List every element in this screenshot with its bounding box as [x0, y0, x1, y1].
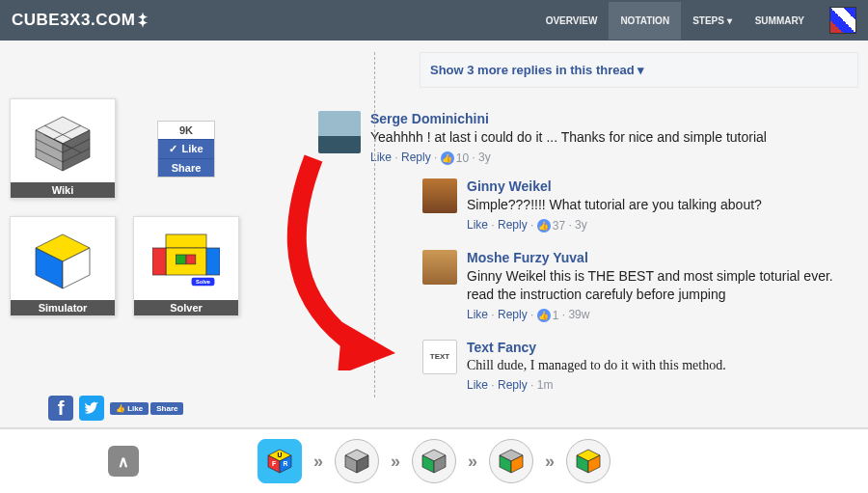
svg-text:U: U	[278, 452, 283, 458]
comment-text: Yeahhhh ! at last i could do it ... Than…	[370, 128, 858, 147]
cube-simulator-icon	[29, 228, 96, 295]
reply-link[interactable]: Reply	[498, 308, 528, 321]
reply-link[interactable]: Reply	[498, 218, 528, 232]
avatar[interactable]	[318, 111, 361, 153]
comment-meta: Like · Reply · 1m	[467, 378, 858, 392]
step-2[interactable]	[335, 439, 379, 483]
step-cube-icon: UFR	[265, 447, 294, 476]
comment-author[interactable]: Moshe Furzy Yuval	[467, 250, 858, 265]
reply-3: TEXT Text Fancy Chill dude, I managed to…	[422, 340, 858, 393]
reply-1: Ginny Weikel Simple???!!!! What tutorial…	[422, 178, 858, 233]
nav-steps[interactable]: STEPS ▾	[681, 2, 744, 40]
svg-text:Solve: Solve	[196, 279, 210, 285]
bottom-step-bar: ∧ UFR » » » »	[0, 427, 868, 493]
nav-links: OVERVIEW NOTATION STEPS ▾ SUMMARY	[534, 2, 856, 40]
like-link[interactable]: Like	[467, 308, 488, 321]
mini-like-button[interactable]: 👍 Like	[110, 402, 149, 415]
fb-like-label: Like	[181, 143, 203, 154]
sidebar: Wiki 9K ✓Like Share Simulator	[10, 52, 260, 426]
comment-text: Ginny Weikel this is THE BEST and most s…	[467, 267, 858, 304]
like-count: 1	[553, 309, 559, 322]
tile-solver[interactable]: Solve Solver	[133, 216, 239, 316]
step-4[interactable]	[489, 439, 533, 483]
sparkle-icon: ✦✦	[138, 14, 149, 26]
mini-like-label: Like	[127, 404, 143, 413]
step-cube-icon	[574, 447, 603, 476]
comment-root: Serge Dominichini Yeahhhh ! at last i co…	[318, 111, 858, 409]
facebook-icon[interactable]: f	[48, 396, 73, 421]
like-link[interactable]: Like	[467, 378, 488, 392]
avatar[interactable]	[422, 178, 457, 213]
show-more-label: Show 3 more replies in this thread	[430, 63, 635, 77]
nav-overview[interactable]: OVERVIEW	[534, 2, 610, 40]
like-count: 10	[456, 151, 469, 165]
logo-text: CUBE3X3.COM	[12, 11, 135, 30]
comment-author[interactable]: Ginny Weikel	[467, 178, 858, 194]
reply-link[interactable]: Reply	[498, 378, 528, 392]
step-3[interactable]	[412, 439, 456, 483]
svg-rect-16	[152, 248, 166, 275]
nav-notation[interactable]: NOTATION	[609, 2, 681, 40]
social-row: f 👍 Like Share	[48, 396, 260, 421]
twitter-icon[interactable]	[79, 396, 104, 421]
svg-rect-14	[166, 234, 206, 248]
svg-rect-17	[206, 248, 220, 275]
chevron-down-icon: ▾	[637, 63, 644, 77]
step-separator: »	[545, 452, 555, 472]
step-cube-icon	[497, 447, 526, 476]
reply-link[interactable]: Reply	[401, 151, 431, 164]
nav-steps-label: STEPS	[692, 15, 724, 26]
step-cube-icon	[342, 447, 371, 476]
comment-author[interactable]: Text Fancy	[467, 340, 858, 355]
content: Show 3 more replies in this thread ▾ Ser…	[260, 52, 858, 426]
svg-rect-18	[176, 255, 186, 264]
comment-age: 1m	[537, 378, 554, 392]
step-separator: »	[313, 452, 323, 472]
fb-like-box: 9K ✓Like Share	[157, 121, 215, 178]
cube-solver-icon: Solve	[152, 228, 220, 295]
show-more-replies[interactable]: Show 3 more replies in this thread ▾	[420, 52, 858, 88]
like-count-icon: 👍	[537, 309, 551, 322]
comment-text: Chill dude, I managed to do it with this…	[467, 357, 858, 375]
check-icon: ✓	[169, 143, 177, 155]
fb-like-button[interactable]: ✓Like	[158, 139, 214, 158]
navbar: CUBE3X3.COM ✦✦ OVERVIEW NOTATION STEPS ▾…	[0, 0, 868, 41]
cube-logo-icon[interactable]	[829, 7, 856, 34]
like-count: 37	[553, 219, 565, 233]
tile-simulator[interactable]: Simulator	[10, 216, 116, 316]
caret-down-icon: ▾	[727, 15, 732, 26]
mini-share-button[interactable]: Share	[150, 402, 183, 415]
like-link[interactable]: Like	[467, 218, 488, 232]
comment-meta: Like · Reply · 👍 1 · 39w	[467, 308, 858, 322]
comment-text: Simple???!!!! What tutorial are you talk…	[467, 196, 858, 214]
step-separator: »	[468, 452, 477, 472]
comment-age: 3y	[478, 151, 491, 164]
svg-text:f: f	[58, 397, 65, 419]
thread-line	[374, 52, 375, 397]
avatar[interactable]	[422, 250, 457, 285]
logo[interactable]: CUBE3X3.COM ✦✦	[12, 11, 149, 30]
tile-simulator-label: Simulator	[11, 300, 115, 315]
step-cube-icon	[420, 447, 448, 476]
fb-share-button[interactable]: Share	[158, 158, 214, 177]
comment-author[interactable]: Serge Dominichini	[370, 111, 858, 126]
like-count-icon: 👍	[441, 151, 454, 165]
comment-age: 3y	[575, 218, 587, 232]
like-count-icon: 👍	[537, 219, 551, 233]
fb-count: 9K	[158, 122, 214, 139]
step-5[interactable]	[566, 439, 610, 483]
tile-wiki-label: Wiki	[11, 182, 115, 198]
thumb-icon: 👍	[116, 404, 125, 413]
nav-summary[interactable]: SUMMARY	[744, 2, 816, 40]
back-button[interactable]: ∧	[108, 446, 139, 477]
reply-2: Moshe Furzy Yuval Ginny Weikel this is T…	[422, 250, 858, 322]
tile-wiki[interactable]: Wiki	[10, 98, 116, 199]
cube-wiki-icon	[29, 110, 96, 178]
comment-meta: Like · Reply · 👍 10 · 3y	[370, 151, 858, 165]
step-1[interactable]: UFR	[258, 439, 302, 483]
svg-text:F: F	[272, 460, 276, 467]
avatar[interactable]: TEXT	[422, 340, 457, 374]
svg-rect-19	[186, 255, 196, 264]
svg-text:R: R	[284, 460, 288, 467]
tile-solver-label: Solver	[134, 300, 238, 315]
